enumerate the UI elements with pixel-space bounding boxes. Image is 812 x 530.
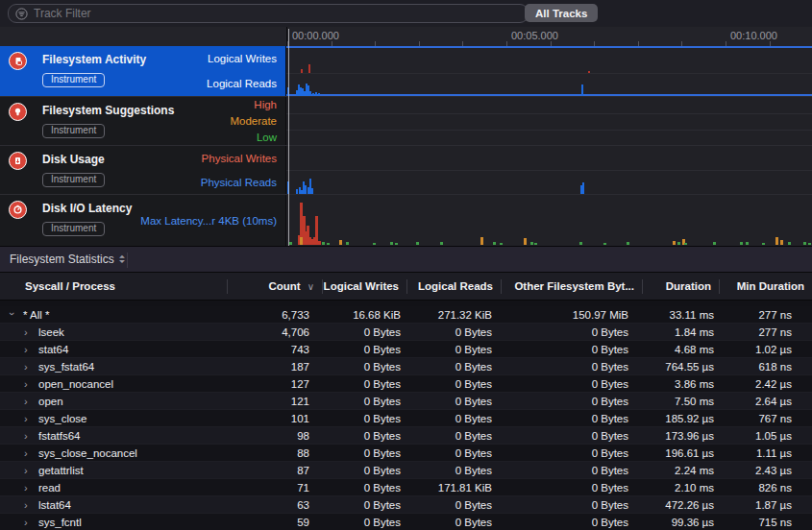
table-row[interactable]: ›sys_close1010 Bytes0 Bytes0 Bytes185.92… <box>0 410 812 427</box>
table-row[interactable]: ›open_nocancel1270 Bytes0 Bytes0 Bytes3.… <box>0 375 812 393</box>
value-cell: 150.97 MiB <box>501 309 642 321</box>
ruler-time-label: 00:05.000 <box>511 30 558 41</box>
value-cell: 2.64 µs <box>719 396 812 407</box>
all-tracks-button[interactable]: All Tracks <box>525 4 598 22</box>
value-cell: 0 Bytes <box>406 378 501 390</box>
column-separator[interactable] <box>719 279 720 294</box>
value-cell: 88 <box>227 447 322 459</box>
table-row[interactable]: ›open1210 Bytes0 Bytes0 Bytes7.50 ms2.64… <box>0 393 812 410</box>
lane-label: High <box>254 99 277 110</box>
column-header-duration[interactable]: Duration <box>642 280 719 292</box>
track-row[interactable]: Disk UsageInstrumentPhysical WritesPhysi… <box>0 145 812 194</box>
track-header[interactable]: Disk I/O LatencyInstrumentMax Latency...… <box>0 195 286 246</box>
expand-chevron-icon[interactable]: › <box>24 517 32 528</box>
track-header[interactable]: Disk UsageInstrumentPhysical WritesPhysi… <box>0 146 286 194</box>
value-cell: 0 Bytes <box>322 413 406 424</box>
expand-chevron-icon[interactable]: › <box>24 430 32 442</box>
value-cell: 0 Bytes <box>406 517 501 528</box>
statistics-view-dropdown[interactable]: Filesystem Statistics ⏶⏷ <box>10 253 125 266</box>
expand-chevron-icon[interactable]: › <box>24 465 32 476</box>
table-row[interactable]: ›sys_close_nocancel880 Bytes0 Bytes0 Byt… <box>0 445 812 462</box>
value-cell: 2.43 µs <box>719 465 812 476</box>
table-row[interactable]: ›getattrlist870 Bytes0 Bytes0 Bytes2.24 … <box>0 462 812 479</box>
expand-chevron-icon[interactable]: › <box>24 344 32 355</box>
track-row[interactable]: Filesystem ActivityInstrumentLogical Wri… <box>0 46 812 96</box>
track-graph[interactable] <box>286 97 812 145</box>
value-cell: 0 Bytes <box>322 430 406 442</box>
column-header-syscall-process[interactable]: Syscall / Process <box>0 280 227 292</box>
expand-chevron-icon[interactable]: › <box>24 378 32 390</box>
value-cell: 63 <box>227 499 322 511</box>
column-header-min-duration[interactable]: Min Duration <box>719 280 812 292</box>
column-separator[interactable] <box>406 279 407 294</box>
column-separator[interactable] <box>322 279 323 294</box>
syscall-name: * All * <box>23 309 50 321</box>
expand-chevron-icon[interactable]: › <box>24 396 32 407</box>
value-cell: 0 Bytes <box>406 413 501 424</box>
lane-labels: Max Latency...r 4KB (10ms) <box>140 195 277 246</box>
value-cell: 0 Bytes <box>322 326 406 338</box>
value-cell: 1.02 µs <box>719 344 812 355</box>
track-graph[interactable] <box>286 146 812 194</box>
track-header[interactable]: Filesystem ActivityInstrumentLogical Wri… <box>0 46 286 96</box>
syscall-cell: ›sys_fcntl <box>0 517 227 528</box>
value-cell: 2.10 ms <box>642 482 719 494</box>
table-row[interactable]: ›lseek4,7060 Bytes0 Bytes0 Bytes1.84 ms2… <box>0 324 812 341</box>
track-filter-field[interactable] <box>8 4 529 23</box>
value-cell: 0 Bytes <box>406 396 501 407</box>
expand-chevron-icon[interactable]: › <box>24 361 32 373</box>
track-graph[interactable] <box>286 195 812 246</box>
table-row[interactable]: ›lstat64630 Bytes0 Bytes0 Bytes472.26 µs… <box>0 496 812 514</box>
column-header-logical-reads[interactable]: Logical Reads <box>406 280 501 292</box>
value-cell: 7.50 ms <box>642 396 719 407</box>
track-title: Filesystem Suggestions <box>42 104 174 117</box>
instruments-window: All Tracks 00:00.00000:05.00000:10.000 F… <box>0 0 812 530</box>
collapse-chevron-icon[interactable]: › <box>7 312 18 320</box>
value-cell: 0 Bytes <box>406 361 501 373</box>
table-row[interactable]: ›sys_fstat641870 Bytes0 Bytes0 Bytes764.… <box>0 358 812 375</box>
table-row[interactable]: ›stat647430 Bytes0 Bytes0 Bytes4.68 ms1.… <box>0 341 812 358</box>
track-row[interactable]: Filesystem SuggestionsInstrumentHighMode… <box>0 96 812 145</box>
value-cell: 173.96 µs <box>642 430 719 442</box>
value-cell: 1.05 µs <box>719 430 812 442</box>
syscall-name: getattrlist <box>38 465 84 476</box>
track-list: Filesystem ActivityInstrumentLogical Wri… <box>0 46 812 246</box>
column-header-count[interactable]: Count∨ <box>227 280 322 292</box>
expand-chevron-icon[interactable]: › <box>24 482 32 494</box>
table-row[interactable]: ›sys_fcntl590 Bytes0 Bytes0 Bytes99.36 µ… <box>0 514 812 530</box>
value-cell: 0 Bytes <box>322 361 406 373</box>
value-cell: 0 Bytes <box>406 326 501 338</box>
column-header-logical-writes[interactable]: Logical Writes <box>322 280 406 292</box>
value-cell: 0 Bytes <box>406 447 501 459</box>
track-title: Disk I/O Latency <box>42 202 132 215</box>
value-cell: 0 Bytes <box>322 344 406 355</box>
playhead-line[interactable] <box>288 29 289 246</box>
table-row[interactable]: ›* All *6,73316.68 KiB271.32 KiB150.97 M… <box>0 306 812 324</box>
column-separator[interactable] <box>642 279 643 294</box>
value-cell: 277 ns <box>719 326 812 338</box>
expand-chevron-icon[interactable]: › <box>24 413 32 424</box>
column-separator[interactable] <box>501 279 502 294</box>
track-filter-input[interactable] <box>34 7 521 20</box>
file-activity-icon <box>9 52 27 70</box>
track-row[interactable]: Disk I/O LatencyInstrumentMax Latency...… <box>0 194 812 246</box>
value-cell: 196.61 µs <box>642 447 719 459</box>
selected-track-top-border <box>286 46 812 48</box>
value-cell: 0 Bytes <box>406 499 501 511</box>
table-row[interactable]: ›read710 Bytes171.81 KiB0 Bytes2.10 ms82… <box>0 479 812 496</box>
track-graph[interactable] <box>286 46 812 96</box>
column-separator[interactable] <box>227 279 228 294</box>
expand-chevron-icon[interactable]: › <box>24 499 32 511</box>
expand-chevron-icon[interactable]: › <box>24 326 32 338</box>
expand-chevron-icon[interactable]: › <box>24 447 32 459</box>
syscall-cell: ›read <box>0 482 227 494</box>
instrument-badge: Instrument <box>42 222 105 236</box>
value-cell: 764.55 µs <box>642 361 719 373</box>
column-header-other-filesystem-byt-[interactable]: Other Filesystem Byt... <box>501 280 642 292</box>
syscall-name: sys_close_nocancel <box>38 447 137 459</box>
value-cell: 6,733 <box>227 309 322 321</box>
track-header[interactable]: Filesystem SuggestionsInstrumentHighMode… <box>0 97 286 145</box>
table-row[interactable]: ›fstatfs64980 Bytes0 Bytes0 Bytes173.96 … <box>0 427 812 445</box>
syscall-cell: ›fstatfs64 <box>0 430 227 442</box>
timeline-ruler[interactable]: 00:00.00000:05.00000:10.000 <box>286 27 812 46</box>
